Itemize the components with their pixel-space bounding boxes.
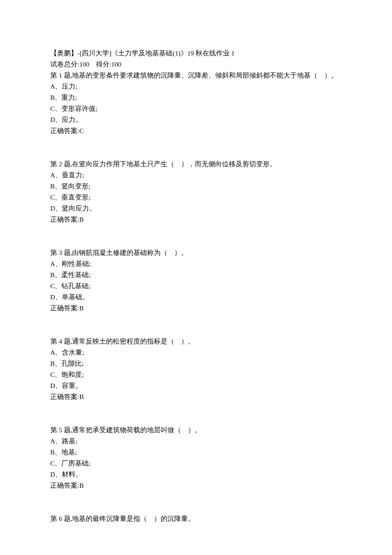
question-stem: 第 4 题,通常反映土的松密程度的指标是（ ）。 [50, 336, 342, 347]
questions-container: 第 1 题,地基的变形条件要求建筑物的沉降量、沉降差、倾斜和局部倾斜都不能大于地… [50, 70, 342, 524]
question-option: C、垂直变形; [50, 192, 342, 203]
question-option: B、孔隙比; [50, 358, 342, 369]
question-option: B、柔性基础; [50, 269, 342, 280]
question-stem: 第 2 题,在竖向应力作用下地基土只产生（ ），而无侧向位移及剪切变形。 [50, 159, 342, 170]
question-block: 第 3 题,由钢筋混凝土修建的基础称为（ ）。A、刚性基础;B、柔性基础;C、钻… [50, 247, 342, 314]
question-option: B、重力; [50, 92, 342, 103]
question-block: 第 2 题,在竖向应力作用下地基土只产生（ ），而无侧向位移及剪切变形。A、垂直… [50, 159, 342, 225]
question-option: B、竖向变形; [50, 181, 342, 192]
document-title: 【奥鹏】-[四川大学]《土力学及地基基础(1)》19 秋在线作业 1 [50, 48, 342, 59]
question-stem: 第 3 题,由钢筋混凝土修建的基础称为（ ）。 [50, 247, 342, 258]
question-answer: 正确答案:B [50, 480, 342, 491]
question-option: A、含水量; [50, 347, 342, 358]
question-stem: 第 6 题,地基的最终沉降量是指（ ）的沉降量。 [50, 513, 342, 524]
question-block: 第 4 题,通常反映土的松密程度的指标是（ ）。A、含水量;B、孔隙比;C、饱和… [50, 336, 342, 402]
question-option: A、路基; [50, 436, 342, 447]
question-option: B、地基; [50, 447, 342, 458]
question-option: D、竖向应力。 [50, 203, 342, 214]
question-block: 第 1 题,地基的变形条件要求建筑物的沉降量、沉降差、倾斜和局部倾斜都不能大于地… [50, 70, 342, 136]
question-option: D、容重。 [50, 380, 342, 391]
question-option: C、厂房基础; [50, 458, 342, 469]
question-block: 第 6 题,地基的最终沉降量是指（ ）的沉降量。 [50, 513, 342, 524]
question-stem: 第 1 题,地基的变形条件要求建筑物的沉降量、沉降差、倾斜和局部倾斜都不能大于地… [50, 70, 342, 81]
question-option: C、钻孔基础; [50, 280, 342, 292]
question-option: D、单基础。 [50, 292, 342, 303]
question-answer: 正确答案:B [50, 391, 342, 402]
question-answer: 正确答案:B [50, 214, 342, 225]
score-line: 试卷总分:100 得分:100 [50, 59, 342, 70]
question-option: D、应力。 [50, 114, 342, 125]
question-option: A、垂直力; [50, 170, 342, 181]
question-answer: 正确答案:B [50, 303, 342, 314]
question-option: A、刚性基础; [50, 258, 342, 269]
question-option: C、变形容许值; [50, 103, 342, 114]
question-option: C、饱和度; [50, 369, 342, 380]
document-page: 【奥鹏】-[四川大学]《土力学及地基基础(1)》19 秋在线作业 1 试卷总分:… [0, 0, 392, 550]
question-option: D、材料。 [50, 469, 342, 480]
question-option: A、压力; [50, 81, 342, 92]
question-answer: 正确答案:C [50, 125, 342, 136]
question-stem: 第 5 题,通常把承受建筑物荷载的地层叫做（ ）。 [50, 425, 342, 436]
question-block: 第 5 题,通常把承受建筑物荷载的地层叫做（ ）。A、路基;B、地基;C、厂房基… [50, 425, 342, 491]
